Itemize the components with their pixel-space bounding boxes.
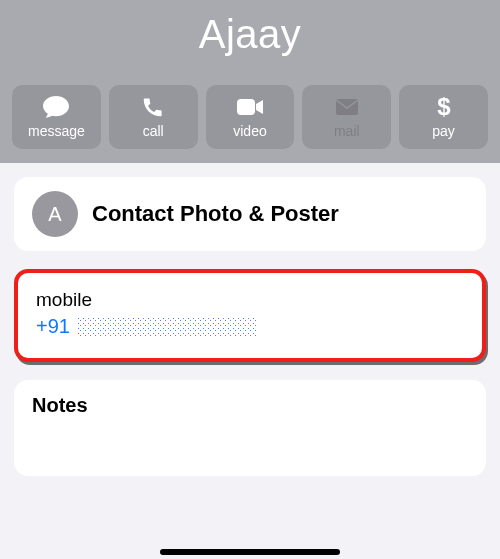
pay-label: pay	[432, 123, 455, 139]
phone-type-label: mobile	[36, 289, 464, 311]
phone-prefix: +91	[36, 315, 70, 338]
dollar-icon: $	[437, 95, 451, 119]
phone-icon	[142, 95, 164, 119]
svg-rect-1	[336, 99, 358, 115]
svg-text:$: $	[437, 95, 451, 119]
contact-name: Ajaay	[12, 12, 488, 57]
call-label: call	[143, 123, 164, 139]
video-button[interactable]: video	[206, 85, 295, 149]
notes-card[interactable]: Notes	[14, 380, 486, 476]
message-icon	[42, 95, 70, 119]
quick-actions-row: message call video mail $ pay	[12, 85, 488, 149]
avatar: A	[32, 191, 78, 237]
mail-icon	[335, 95, 359, 119]
notes-title: Notes	[32, 394, 468, 417]
home-indicator[interactable]	[160, 549, 340, 555]
video-label: video	[233, 123, 266, 139]
message-button[interactable]: message	[12, 85, 101, 149]
phone-number-line: +91	[36, 315, 464, 338]
content-area: A Contact Photo & Poster mobile +91 Note…	[0, 163, 500, 508]
mail-button: mail	[302, 85, 391, 149]
phone-number-redacted	[76, 316, 256, 338]
mail-label: mail	[334, 123, 360, 139]
svg-rect-0	[237, 99, 255, 115]
video-icon	[236, 95, 264, 119]
call-button[interactable]: call	[109, 85, 198, 149]
phone-number-card[interactable]: mobile +91	[14, 269, 486, 362]
message-label: message	[28, 123, 85, 139]
contact-photo-poster-row[interactable]: A Contact Photo & Poster	[14, 177, 486, 251]
contact-photo-poster-label: Contact Photo & Poster	[92, 201, 339, 227]
pay-button[interactable]: $ pay	[399, 85, 488, 149]
contact-header: Ajaay message call video mail	[0, 0, 500, 163]
